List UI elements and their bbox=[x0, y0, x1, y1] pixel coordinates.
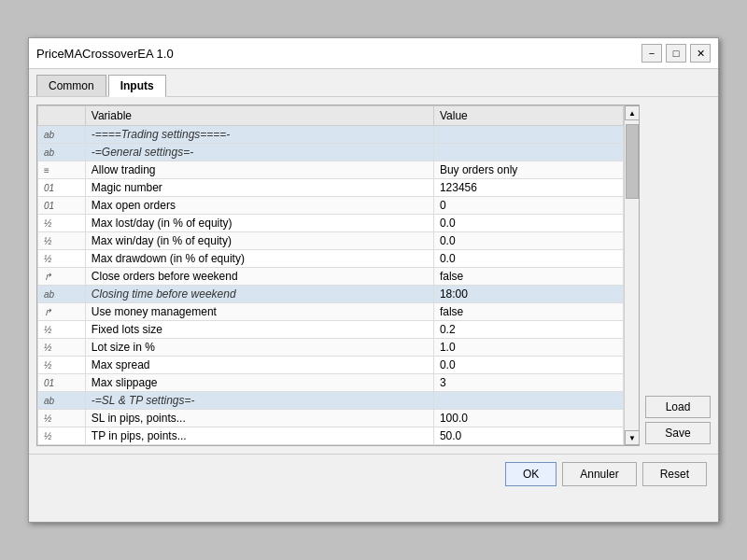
row-variable: Lot size in % bbox=[85, 339, 433, 357]
row-variable: Allow trading bbox=[85, 161, 433, 179]
row-icon: ½ bbox=[38, 215, 86, 232]
row-icon: ≡ bbox=[38, 161, 86, 179]
row-icon: ½ bbox=[38, 427, 86, 445]
row-value[interactable]: 123456 bbox=[433, 179, 623, 197]
row-value[interactable]: false bbox=[433, 268, 623, 286]
col-icon-header bbox=[38, 106, 86, 126]
row-variable: -=General settings=- bbox=[85, 144, 433, 161]
table-row[interactable]: ½Max spread0.0 bbox=[38, 357, 624, 374]
row-value[interactable]: 50.0 bbox=[433, 427, 623, 445]
table-row[interactable]: ½Max drawdown (in % of equity)0.0 bbox=[38, 250, 624, 268]
row-icon: ab bbox=[38, 392, 86, 410]
tab-bar: Common Inputs bbox=[29, 69, 718, 97]
table-row[interactable]: ½Lot size in %1.0 bbox=[38, 339, 624, 357]
row-value[interactable]: 3 bbox=[433, 374, 623, 392]
side-buttons: Load Save bbox=[645, 105, 711, 446]
table-row: ab-=General settings=- bbox=[38, 144, 624, 161]
table-row[interactable]: ↱Close orders before weekendfalse bbox=[38, 268, 624, 286]
row-value[interactable]: 0 bbox=[433, 197, 623, 215]
save-button[interactable]: Save bbox=[645, 422, 711, 444]
row-icon: ab bbox=[38, 144, 86, 161]
maximize-button[interactable]: □ bbox=[666, 44, 686, 63]
row-variable: Max drawdown (in % of equity) bbox=[85, 250, 433, 268]
table-row[interactable]: 01Magic number123456 bbox=[38, 179, 624, 197]
row-value[interactable]: false bbox=[433, 303, 623, 321]
row-variable: SL in pips, points... bbox=[85, 410, 433, 427]
row-icon: ½ bbox=[38, 321, 86, 339]
table-row[interactable]: ½Fixed lots size0.2 bbox=[38, 321, 624, 339]
row-value[interactable]: 0.2 bbox=[433, 321, 623, 339]
window-title: PriceMACrossoverEA 1.0 bbox=[36, 47, 174, 61]
row-icon: ½ bbox=[38, 339, 86, 357]
row-value[interactable]: 1.0 bbox=[433, 339, 623, 357]
row-icon: ab bbox=[38, 126, 86, 144]
row-value[interactable]: 0.0 bbox=[433, 215, 623, 232]
row-value[interactable]: 0.0 bbox=[433, 250, 623, 268]
row-value bbox=[433, 126, 623, 144]
row-variable: Max win/day (in % of equity) bbox=[85, 232, 433, 250]
row-icon: ½ bbox=[38, 357, 86, 374]
table-row[interactable]: ½Max win/day (in % of equity)0.0 bbox=[38, 232, 624, 250]
row-icon: ↱ bbox=[38, 303, 86, 321]
table-row[interactable]: ½TP in pips, points...50.0 bbox=[38, 427, 624, 445]
minimize-button[interactable]: − bbox=[641, 44, 662, 63]
table-row: abClosing time before weekend18:00 bbox=[38, 286, 624, 303]
row-icon: ab bbox=[38, 286, 86, 303]
param-table: Variable Value ab-====Trading settings==… bbox=[37, 105, 624, 445]
row-variable: Magic number bbox=[85, 179, 433, 197]
row-variable: Max slippage bbox=[85, 374, 433, 392]
row-variable: -====Trading settings====- bbox=[85, 126, 433, 144]
row-value[interactable]: 100.0 bbox=[433, 410, 623, 427]
table-row[interactable]: ½SL in pips, points...100.0 bbox=[38, 410, 624, 427]
table-row[interactable]: ≡Allow tradingBuy orders only bbox=[38, 161, 624, 179]
row-value[interactable]: 18:00 bbox=[433, 286, 623, 303]
row-icon: ↱ bbox=[38, 268, 86, 286]
row-variable: Max open orders bbox=[85, 197, 433, 215]
row-value[interactable]: 0.0 bbox=[433, 357, 623, 374]
row-variable: Max spread bbox=[85, 357, 433, 374]
row-variable: Fixed lots size bbox=[85, 321, 433, 339]
row-variable: Close orders before weekend bbox=[85, 268, 433, 286]
scroll-up-arrow[interactable]: ▲ bbox=[625, 105, 640, 120]
tab-common[interactable]: Common bbox=[36, 75, 106, 96]
main-window: PriceMACrossoverEA 1.0 − □ ✕ Common Inpu… bbox=[28, 37, 719, 523]
table-row[interactable]: 01Max slippage3 bbox=[38, 374, 624, 392]
content-area: Variable Value ab-====Trading settings==… bbox=[29, 97, 718, 454]
row-variable: TP in pips, points... bbox=[85, 427, 433, 445]
row-variable: -=SL & TP settings=- bbox=[85, 392, 433, 410]
table-row[interactable]: ↱Use money managementfalse bbox=[38, 303, 624, 321]
row-value[interactable]: Buy orders only bbox=[433, 161, 623, 179]
row-icon: ½ bbox=[38, 250, 86, 268]
col-value-header: Value bbox=[433, 106, 623, 126]
title-controls: − □ ✕ bbox=[641, 44, 711, 63]
row-value bbox=[433, 392, 623, 410]
row-value bbox=[433, 144, 623, 161]
ok-button[interactable]: OK bbox=[505, 462, 557, 486]
tab-inputs[interactable]: Inputs bbox=[108, 75, 166, 97]
col-variable-header: Variable bbox=[85, 106, 433, 126]
row-variable: Use money management bbox=[85, 303, 433, 321]
load-button[interactable]: Load bbox=[645, 396, 711, 418]
scrollbar[interactable]: ▲ ▼ bbox=[624, 105, 639, 445]
param-table-container: Variable Value ab-====Trading settings==… bbox=[36, 105, 640, 446]
bottom-bar: OK Annuler Reset bbox=[29, 454, 718, 494]
row-variable: Max lost/day (in % of equity) bbox=[85, 215, 433, 232]
row-icon: ½ bbox=[38, 232, 86, 250]
table-row: ab-=SL & TP settings=- bbox=[38, 392, 624, 410]
reset-button[interactable]: Reset bbox=[642, 462, 707, 486]
row-icon: 01 bbox=[38, 179, 86, 197]
cancel-button[interactable]: Annuler bbox=[562, 462, 636, 486]
table-row[interactable]: 01Max open orders0 bbox=[38, 197, 624, 215]
row-icon: ½ bbox=[38, 410, 86, 427]
title-bar: PriceMACrossoverEA 1.0 − □ ✕ bbox=[29, 38, 718, 69]
row-icon: 01 bbox=[38, 374, 86, 392]
row-icon: 01 bbox=[38, 197, 86, 215]
table-row: ab-====Trading settings====- bbox=[38, 126, 624, 144]
row-variable: Closing time before weekend bbox=[85, 286, 433, 303]
scroll-down-arrow[interactable]: ▼ bbox=[625, 430, 640, 445]
row-value[interactable]: 0.0 bbox=[433, 232, 623, 250]
table-row[interactable]: ½Max lost/day (in % of equity)0.0 bbox=[38, 215, 624, 232]
scroll-thumb[interactable] bbox=[626, 124, 639, 199]
close-button[interactable]: ✕ bbox=[690, 44, 711, 63]
